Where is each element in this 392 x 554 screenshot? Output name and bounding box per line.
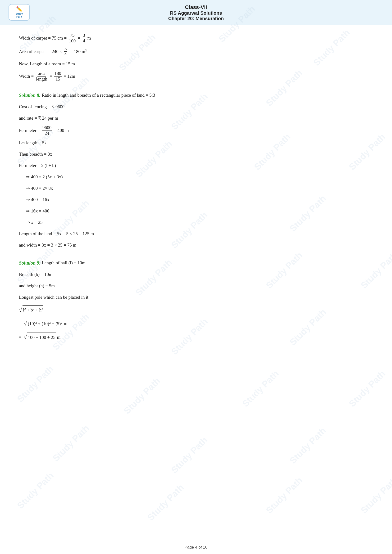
watermark: Study Path <box>347 368 387 409</box>
fraction-numerator: 9600 <box>42 125 52 131</box>
peri-result: = 400 m <box>53 126 69 135</box>
page-footer: Page 4 of 10 <box>0 545 392 550</box>
sqrt-expression-2: √ (10)2 + (10)2 + (5)2 <box>24 318 63 329</box>
let-length-text: Let length = 5x <box>19 138 47 147</box>
sqrt-line3: = √ 100 + 100 + 25 m <box>19 332 373 343</box>
header-text-block: Class-VII RS Aggarwal Solutions Chapter … <box>168 4 224 21</box>
watermark: Study Path <box>169 435 210 475</box>
solution9-header: Solution 9: Length of hall (l) = 10m. <box>19 258 373 268</box>
length-land-text: Length of the land = 5x = 5 × 25 = 125 m <box>19 229 94 238</box>
watermark: Study Path <box>264 475 305 516</box>
breadth-b-text: Breadth (b) = 10m <box>19 270 52 279</box>
fraction-area-length: area length <box>35 71 48 82</box>
logo: ✏️ StudyPath <box>8 4 30 21</box>
sqrt-symbol: √ <box>19 304 22 316</box>
fraction-numerator: 3 <box>64 46 67 52</box>
rate-text: and rate = ₹ 24 per m <box>19 114 58 123</box>
sqrt-expression: √ l2 + b2 + h2 <box>19 304 43 316</box>
page-wrapper: Study Path Study Path Study Path Study P… <box>0 0 392 554</box>
watermark: Study Path <box>359 475 392 516</box>
sqrt-unit-m2: m <box>56 333 61 342</box>
watermark: Study Path <box>51 423 91 464</box>
header-title: RS Aggarwal Solutions <box>168 10 224 16</box>
length-land-line: Length of the land = 5x = 5 × 25 = 125 m <box>19 229 373 238</box>
cost-fencing-line: Cost of fencing = ₹ 9600 <box>19 102 373 111</box>
fraction-180-15: 180 15 <box>54 71 62 82</box>
sqrt-equals2: = <box>19 333 24 342</box>
perimeter-line: Perimeter = 9600 24 = 400 m <box>19 125 373 136</box>
logo-pen-icon: ✏️ <box>16 6 22 12</box>
equals-sign: = <box>77 34 82 43</box>
solution8-text: Ratio in length and breadth of a rectang… <box>41 91 155 100</box>
solution9-text: Length of hall (l) = 10m. <box>41 258 87 267</box>
watermark: Study Path <box>15 364 56 404</box>
fraction-denominator: 4 <box>64 52 67 57</box>
solution8-label: Solution 8: <box>19 90 41 100</box>
perimeter-eq-text: Perimeter = 2 (l + b) <box>19 161 56 170</box>
breadth-b-line: Breadth (b) = 10m <box>19 270 373 279</box>
watermark: Study Path <box>146 482 186 523</box>
unit-m: m <box>86 34 91 43</box>
sqrt-equals: = <box>19 319 24 328</box>
sqrt-content: l2 + b2 + h2 <box>22 305 43 315</box>
fraction-numerator: 75 <box>70 33 75 38</box>
width-final: = 12m <box>62 72 75 81</box>
width-carpet-text: Width of carpet = 75 cm = <box>19 34 68 43</box>
width-land-line: and width = 3x = 3 × 25 = 75 m <box>19 241 373 250</box>
footer-text: Page 4 of 10 <box>185 545 207 549</box>
width-carpet-line: Width of carpet = 75 cm = 75 100 = 3 4 m <box>19 33 373 44</box>
sqrt-symbol-2: √ <box>24 318 27 329</box>
fraction-75-100: 75 100 <box>69 33 76 44</box>
solution8-header: Solution 8: Ratio in length and breadth … <box>19 90 373 100</box>
fraction-denominator: 100 <box>69 38 76 44</box>
width-land-text: and width = 3x = 3 × 25 = 75 m <box>19 241 76 250</box>
equals-sign2: = <box>48 72 53 81</box>
now-length-line: Now, Length of a room = 15 m <box>19 59 373 69</box>
arrow400-1-text: ⇒ 400 = 2 (5x + 3x) <box>26 173 63 181</box>
fraction-denominator: 4 <box>83 38 86 44</box>
arrow400-3-line: ⇒ 400 = 16x <box>26 195 373 204</box>
page-content: Width of carpet = 75 cm = 75 100 = 3 4 m… <box>0 25 392 355</box>
arrow400-3-text: ⇒ 400 = 16x <box>26 195 49 204</box>
height-h-line: and height (h) = 5m <box>19 281 373 290</box>
arrowx25-text: ⇒ x = 25 <box>26 218 42 227</box>
fraction-numerator: 3 <box>83 33 86 38</box>
sqrt-line2: = √ (10)2 + (10)2 + (5)2 m <box>19 318 373 329</box>
fraction-3-4-area: 3 4 <box>64 46 67 57</box>
watermark: Study Path <box>122 376 162 416</box>
height-h-text: and height (h) = 5m <box>19 281 55 290</box>
fraction-denominator: 15 <box>55 76 60 82</box>
fraction-3-4: 3 4 <box>83 33 86 44</box>
longest-pole-text: Longest pole which can be placed in it <box>19 293 88 302</box>
let-length-line: Let length = 5x <box>19 138 373 147</box>
header-chapter: Chapter 20: Mensuration <box>168 16 224 21</box>
area-carpet-text: Area of carpet = 240 × <box>19 47 63 56</box>
arrow400-1-line: ⇒ 400 = 2 (5x + 3x) <box>26 173 373 181</box>
sqrt-unit-m: m <box>63 319 68 328</box>
cost-fencing-text: Cost of fencing = ₹ 9600 <box>19 102 64 111</box>
arrow16x-line: ⇒ 16x = 400 <box>26 207 373 215</box>
fraction-denominator: 24 <box>44 131 50 136</box>
sqrt-expr-line: √ l2 + b2 + h2 <box>19 304 373 316</box>
then-breadth-text: Then breadth = 3x <box>19 150 52 159</box>
width-eq-label: Width = <box>19 72 35 81</box>
fraction-numerator: 180 <box>54 71 62 76</box>
width-area-length-line: Width = area length = 180 15 = 12m <box>19 71 373 82</box>
solution9-label: Solution 9: <box>19 258 41 268</box>
watermark: Study Path <box>240 368 281 409</box>
longest-pole-line: Longest pole which can be placed in it <box>19 293 373 302</box>
area-result: = 180 m2 <box>68 47 87 56</box>
arrow400-2-text: ⇒ 400 = 2× 8x <box>26 184 53 193</box>
watermark: Study Path <box>15 470 56 511</box>
then-breadth-line: Then breadth = 3x <box>19 150 373 159</box>
page-header: ✏️ StudyPath Class-VII RS Aggarwal Solut… <box>0 0 392 25</box>
logo-text: StudyPath <box>16 12 23 19</box>
sqrt-symbol-3: √ <box>24 332 27 343</box>
arrowx25-line: ⇒ x = 25 <box>26 218 373 227</box>
perimeter-eq-line: Perimeter = 2 (l + b) <box>19 161 373 170</box>
sqrt-content-2: (10)2 + (10)2 + (5)2 <box>27 319 63 328</box>
rate-line: and rate = ₹ 24 per m <box>19 114 373 123</box>
length-label: length <box>35 76 48 82</box>
area-carpet-line: Area of carpet = 240 × 3 4 = 180 m2 <box>19 46 373 57</box>
perimeter-label: Perimeter = <box>19 126 41 135</box>
